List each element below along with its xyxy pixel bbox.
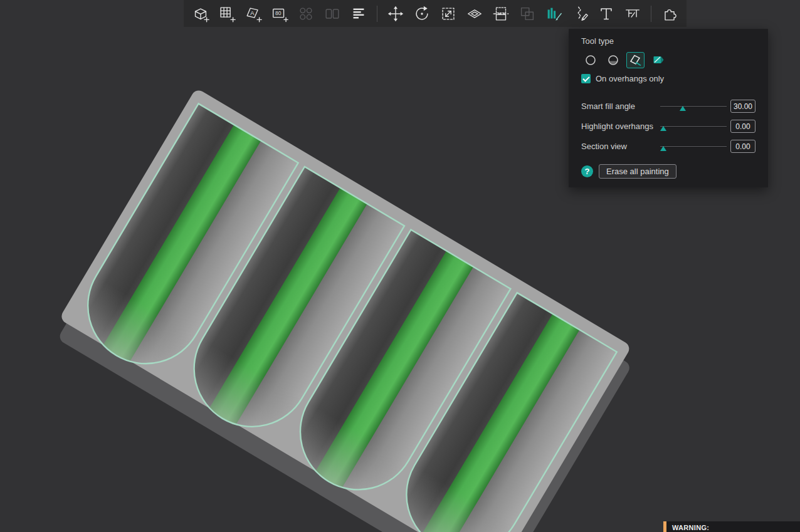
highlight-overhangs-value[interactable]: 0.00: [730, 120, 755, 133]
circle-tool-icon: [584, 53, 597, 67]
model-tray: [50, 88, 640, 532]
add-object-button[interactable]: [190, 3, 211, 24]
help-button[interactable]: ?: [581, 165, 593, 177]
add-cube-icon: [191, 4, 210, 23]
move-icon: [386, 4, 405, 23]
split-objects-button[interactable]: [322, 3, 343, 24]
measure-button[interactable]: [622, 3, 643, 24]
panel-footer: ? Erase all painting: [581, 164, 755, 179]
add-text-button[interactable]: A: [243, 3, 264, 24]
warning-label: WARNING:: [666, 521, 715, 532]
smart-fill-tool-icon: [629, 53, 643, 67]
smart-fill-angle-slider[interactable]: [660, 102, 727, 111]
set-instances-button[interactable]: [295, 3, 317, 24]
bucket-fill-tool-button[interactable]: [649, 52, 667, 68]
move-button[interactable]: [385, 3, 406, 24]
seam-painting-icon: [571, 4, 589, 23]
erase-all-painting-button[interactable]: Erase all painting: [599, 164, 676, 179]
instances-icon: [297, 4, 315, 23]
rotate-button[interactable]: [411, 3, 433, 24]
sphere-tool-button[interactable]: [604, 52, 622, 68]
rotate-icon: [413, 4, 431, 23]
mirror-button[interactable]: [517, 3, 538, 24]
text-tool-button[interactable]: [596, 3, 617, 24]
svg-text:A: A: [250, 9, 255, 16]
measure-icon: [623, 4, 642, 23]
cut-icon: [492, 4, 510, 23]
mirror-icon: [518, 4, 537, 23]
tool-type-label: Tool type: [581, 36, 755, 46]
variable-layer-height-button[interactable]: [348, 3, 369, 24]
scale-button[interactable]: [438, 3, 459, 24]
top-toolbar: A 80: [184, 0, 687, 27]
smart-fill-tool-button[interactable]: [626, 52, 645, 68]
section-view-value[interactable]: 0.00: [730, 140, 755, 153]
seam-painting-button[interactable]: [569, 3, 591, 24]
arrange-button[interactable]: [216, 3, 238, 24]
section-view-row: Section view 0.00: [581, 140, 755, 153]
highlight-overhangs-row: Highlight overhangs 0.00: [581, 120, 755, 133]
add-image-icon: 80: [270, 4, 289, 23]
toolbar-separator: [377, 6, 377, 22]
text-tool-icon: [597, 4, 616, 23]
on-overhangs-only-label: On overhangs only: [596, 74, 664, 83]
warning-toast[interactable]: WARNING:: [663, 521, 800, 532]
grid-plus-icon: [218, 4, 236, 23]
puzzle-icon: [660, 4, 679, 23]
slider-track: [660, 105, 727, 107]
smart-fill-angle-label: Smart fill angle: [581, 102, 656, 111]
tool-type-group: [581, 52, 755, 68]
slider-thumb[interactable]: [680, 106, 686, 111]
bucket-fill-tool-icon: [651, 53, 665, 67]
plugins-button[interactable]: [659, 3, 680, 24]
toolbar-separator: [651, 6, 651, 22]
smart-fill-angle-value[interactable]: 30.00: [730, 100, 755, 113]
slider-track: [660, 125, 727, 127]
svg-text:80: 80: [275, 10, 282, 16]
paint-supports-icon: [544, 4, 563, 23]
scale-icon: [439, 4, 458, 23]
layers-icon: [349, 4, 368, 23]
slider-track: [660, 145, 727, 147]
sphere-tool-icon: [606, 53, 620, 67]
add-image-button[interactable]: 80: [269, 3, 290, 24]
on-overhangs-only-checkbox[interactable]: [581, 74, 591, 83]
section-view-label: Section view: [581, 142, 656, 151]
place-on-face-button[interactable]: [464, 3, 485, 24]
highlight-overhangs-slider[interactable]: [660, 122, 727, 131]
place-on-face-icon: [465, 4, 484, 23]
slider-thumb[interactable]: [660, 146, 666, 151]
add-text-icon: A: [244, 4, 263, 23]
paint-tool-panel: Tool type: [569, 29, 768, 187]
circle-tool-button[interactable]: [581, 52, 599, 68]
paint-supports-button[interactable]: [543, 3, 564, 24]
on-overhangs-only-row[interactable]: On overhangs only: [581, 74, 755, 83]
split-icon: [323, 4, 342, 23]
slider-thumb[interactable]: [660, 126, 666, 131]
section-view-slider[interactable]: [660, 142, 727, 151]
smart-fill-angle-row: Smart fill angle 30.00: [581, 100, 755, 113]
highlight-overhangs-label: Highlight overhangs: [581, 122, 656, 131]
cut-button[interactable]: [490, 3, 512, 24]
